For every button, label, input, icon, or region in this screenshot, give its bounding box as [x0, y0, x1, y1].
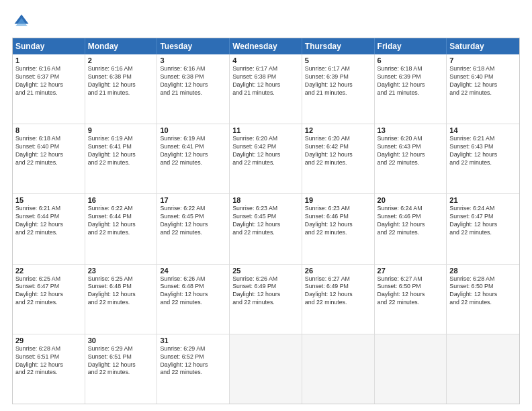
day-number: 9	[88, 126, 154, 134]
calendar-week-5: 29Sunrise: 6:28 AMSunset: 6:51 PMDayligh…	[13, 334, 519, 404]
day-number: 12	[305, 126, 371, 134]
cell-info: Sunrise: 6:25 AMSunset: 6:48 PMDaylight:…	[88, 275, 154, 308]
cell-info: Sunrise: 6:20 AMSunset: 6:42 PMDaylight:…	[232, 135, 299, 167]
calendar-cell: 31Sunrise: 6:29 AMSunset: 6:52 PMDayligh…	[157, 334, 230, 404]
day-number: 26	[305, 267, 371, 275]
day-number: 3	[160, 56, 226, 64]
day-number: 23	[88, 267, 154, 275]
calendar-cell: 23Sunrise: 6:25 AMSunset: 6:48 PMDayligh…	[85, 265, 158, 334]
calendar-cell: 6Sunrise: 6:18 AMSunset: 6:39 PMDaylight…	[375, 54, 447, 124]
cell-info: Sunrise: 6:16 AMSunset: 6:38 PMDaylight:…	[160, 65, 226, 97]
cell-info: Sunrise: 6:23 AMSunset: 6:45 PMDaylight:…	[232, 205, 299, 237]
calendar-cell: 17Sunrise: 6:22 AMSunset: 6:45 PMDayligh…	[157, 194, 230, 263]
header-day-saturday: Saturday	[447, 38, 519, 54]
calendar-week-3: 15Sunrise: 6:21 AMSunset: 6:44 PMDayligh…	[13, 194, 519, 264]
cell-info: Sunrise: 6:29 AMSunset: 6:52 PMDaylight:…	[160, 345, 226, 377]
calendar-cell	[230, 334, 302, 404]
logo	[12, 12, 34, 31]
calendar-cell: 13Sunrise: 6:20 AMSunset: 6:43 PMDayligh…	[375, 124, 447, 193]
day-number: 20	[378, 196, 444, 204]
calendar-cell: 5Sunrise: 6:17 AMSunset: 6:39 PMDaylight…	[302, 54, 375, 124]
cell-info: Sunrise: 6:25 AMSunset: 6:47 PMDaylight:…	[15, 275, 82, 308]
day-number: 13	[378, 126, 444, 134]
day-number: 27	[378, 267, 444, 275]
header-day-tuesday: Tuesday	[157, 38, 230, 54]
day-number: 17	[160, 196, 226, 204]
cell-info: Sunrise: 6:26 AMSunset: 6:48 PMDaylight:…	[160, 275, 226, 308]
day-number: 1	[15, 56, 82, 64]
cell-info: Sunrise: 6:16 AMSunset: 6:38 PMDaylight:…	[88, 65, 154, 97]
calendar-cell: 2Sunrise: 6:16 AMSunset: 6:38 PMDaylight…	[85, 54, 158, 124]
header-day-wednesday: Wednesday	[230, 38, 302, 54]
calendar-body: 1Sunrise: 6:16 AMSunset: 6:37 PMDaylight…	[13, 54, 519, 404]
calendar-cell: 20Sunrise: 6:24 AMSunset: 6:46 PMDayligh…	[375, 194, 447, 263]
day-number: 7	[449, 56, 517, 64]
day-number: 24	[160, 267, 226, 275]
calendar-cell: 3Sunrise: 6:16 AMSunset: 6:38 PMDaylight…	[157, 54, 230, 124]
day-number: 31	[160, 336, 226, 345]
cell-info: Sunrise: 6:20 AMSunset: 6:43 PMDaylight:…	[378, 135, 444, 167]
calendar-cell: 21Sunrise: 6:24 AMSunset: 6:47 PMDayligh…	[447, 194, 519, 263]
header-day-thursday: Thursday	[302, 38, 375, 54]
cell-info: Sunrise: 6:23 AMSunset: 6:46 PMDaylight:…	[305, 205, 371, 237]
cell-info: Sunrise: 6:27 AMSunset: 6:50 PMDaylight:…	[378, 275, 444, 308]
day-number: 15	[15, 196, 82, 204]
cell-info: Sunrise: 6:17 AMSunset: 6:39 PMDaylight:…	[305, 65, 371, 97]
day-number: 16	[88, 196, 154, 204]
calendar: SundayMondayTuesdayWednesdayThursdayFrid…	[12, 38, 520, 404]
cell-info: Sunrise: 6:21 AMSunset: 6:43 PMDaylight:…	[449, 135, 517, 167]
day-number: 11	[232, 126, 299, 134]
day-number: 30	[88, 336, 154, 345]
day-number: 6	[378, 56, 444, 64]
calendar-week-4: 22Sunrise: 6:25 AMSunset: 6:47 PMDayligh…	[13, 265, 519, 334]
day-number: 14	[449, 126, 517, 134]
day-number: 2	[88, 56, 154, 64]
header-day-friday: Friday	[375, 38, 447, 54]
cell-info: Sunrise: 6:18 AMSunset: 6:39 PMDaylight:…	[378, 65, 444, 97]
calendar-cell: 15Sunrise: 6:21 AMSunset: 6:44 PMDayligh…	[13, 194, 85, 263]
calendar-cell: 16Sunrise: 6:22 AMSunset: 6:44 PMDayligh…	[85, 194, 158, 263]
cell-info: Sunrise: 6:21 AMSunset: 6:44 PMDaylight:…	[15, 205, 82, 237]
calendar-cell	[302, 334, 375, 404]
cell-info: Sunrise: 6:19 AMSunset: 6:41 PMDaylight:…	[88, 135, 154, 167]
calendar-week-1: 1Sunrise: 6:16 AMSunset: 6:37 PMDaylight…	[13, 54, 519, 124]
day-number: 8	[15, 126, 82, 134]
day-number: 28	[449, 267, 517, 275]
day-number: 10	[160, 126, 226, 134]
day-number: 19	[305, 196, 371, 204]
day-number: 21	[449, 196, 517, 204]
header-day-sunday: Sunday	[13, 38, 85, 54]
calendar-cell	[447, 334, 519, 404]
calendar-week-2: 8Sunrise: 6:18 AMSunset: 6:40 PMDaylight…	[13, 124, 519, 194]
cell-info: Sunrise: 6:22 AMSunset: 6:44 PMDaylight:…	[88, 205, 154, 237]
cell-info: Sunrise: 6:20 AMSunset: 6:42 PMDaylight:…	[305, 135, 371, 167]
cell-info: Sunrise: 6:28 AMSunset: 6:51 PMDaylight:…	[15, 345, 82, 377]
cell-info: Sunrise: 6:22 AMSunset: 6:45 PMDaylight:…	[160, 205, 226, 237]
day-number: 4	[232, 56, 299, 64]
calendar-cell: 7Sunrise: 6:18 AMSunset: 6:40 PMDaylight…	[447, 54, 519, 124]
day-number: 29	[15, 336, 82, 345]
cell-info: Sunrise: 6:19 AMSunset: 6:41 PMDaylight:…	[160, 135, 226, 167]
calendar-cell: 14Sunrise: 6:21 AMSunset: 6:43 PMDayligh…	[447, 124, 519, 193]
cell-info: Sunrise: 6:18 AMSunset: 6:40 PMDaylight:…	[15, 135, 82, 167]
calendar-cell: 9Sunrise: 6:19 AMSunset: 6:41 PMDaylight…	[85, 124, 158, 193]
calendar-cell: 10Sunrise: 6:19 AMSunset: 6:41 PMDayligh…	[157, 124, 230, 193]
calendar-cell: 30Sunrise: 6:29 AMSunset: 6:51 PMDayligh…	[85, 334, 158, 404]
calendar-cell: 4Sunrise: 6:17 AMSunset: 6:38 PMDaylight…	[230, 54, 302, 124]
cell-info: Sunrise: 6:24 AMSunset: 6:46 PMDaylight:…	[378, 205, 444, 237]
calendar-cell: 12Sunrise: 6:20 AMSunset: 6:42 PMDayligh…	[302, 124, 375, 193]
cell-info: Sunrise: 6:16 AMSunset: 6:37 PMDaylight:…	[15, 65, 82, 97]
cell-info: Sunrise: 6:26 AMSunset: 6:49 PMDaylight:…	[232, 275, 299, 308]
page: SundayMondayTuesdayWednesdayThursdayFrid…	[0, 0, 532, 411]
calendar-cell: 27Sunrise: 6:27 AMSunset: 6:50 PMDayligh…	[375, 265, 447, 334]
calendar-cell: 26Sunrise: 6:27 AMSunset: 6:49 PMDayligh…	[302, 265, 375, 334]
calendar-cell: 25Sunrise: 6:26 AMSunset: 6:49 PMDayligh…	[230, 265, 302, 334]
header-day-monday: Monday	[85, 38, 158, 54]
calendar-cell: 1Sunrise: 6:16 AMSunset: 6:37 PMDaylight…	[13, 54, 85, 124]
day-number: 25	[232, 267, 299, 275]
day-number: 5	[305, 56, 371, 64]
day-number: 18	[232, 196, 299, 204]
header	[12, 12, 520, 31]
logo-icon	[12, 12, 31, 31]
calendar-cell: 18Sunrise: 6:23 AMSunset: 6:45 PMDayligh…	[230, 194, 302, 263]
